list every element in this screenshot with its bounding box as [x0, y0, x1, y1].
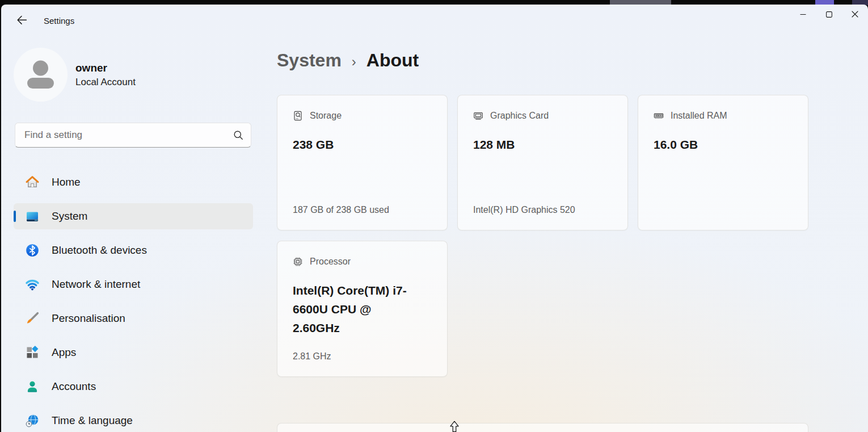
card-label: Graphics Card [490, 111, 549, 121]
maximize-button[interactable] [816, 5, 842, 26]
sidebar-item-personalisation[interactable]: Personalisation [14, 305, 253, 332]
storage-icon [293, 111, 303, 121]
window-controls [790, 5, 868, 26]
minimize-button[interactable] [790, 5, 816, 26]
storage-card: Storage 238 GB 187 GB of 238 GB used [277, 95, 448, 230]
personalisation-icon [25, 311, 40, 326]
processor-subtext: 2.81 GHz [293, 351, 331, 362]
home-icon [25, 175, 40, 190]
network-icon [25, 277, 40, 292]
storage-subtext: 187 GB of 238 GB used [293, 205, 389, 215]
graphics-value: 128 MB [473, 135, 515, 154]
card-label: Installed RAM [671, 111, 727, 121]
settings-window: Settings [1, 5, 868, 432]
card-label: Storage [310, 111, 342, 121]
card-header: Installed RAM [654, 111, 727, 121]
account-name: owner [75, 62, 136, 74]
sidebar-item-system[interactable]: System [14, 203, 253, 229]
card-header: Storage [293, 111, 342, 121]
accounts-icon [25, 379, 40, 394]
minimize-icon [799, 10, 807, 20]
spec-cards: Storage 238 GB 187 GB of 238 GB used Gra… [277, 95, 810, 413]
sidebar-item-label: Apps [52, 346, 76, 359]
card-label: Processor [310, 257, 351, 267]
sidebar-item-accounts[interactable]: Accounts [14, 374, 253, 400]
sidebar-item-time-language[interactable]: Time & language [14, 408, 253, 432]
processor-card: Processor Intel(R) Core(TM) i7-6600U CPU… [277, 241, 448, 377]
back-button[interactable] [10, 10, 33, 32]
card-header: Graphics Card [473, 111, 549, 121]
selected-accent-bar [14, 211, 16, 222]
close-icon [851, 10, 859, 20]
sidebar-item-label: Home [52, 176, 81, 188]
sidebar-item-label: Personalisation [52, 312, 125, 325]
sidebar-item-home[interactable]: Home [14, 169, 253, 195]
page-title: About [366, 50, 419, 71]
sidebar-item-label: Time & language [52, 414, 133, 427]
app-title: Settings [44, 16, 74, 26]
sidebar-item-network-internet[interactable]: Network & internet [14, 271, 253, 297]
sidebar-item-label: Network & internet [52, 278, 140, 291]
search-input[interactable] [24, 129, 233, 141]
system-icon [25, 209, 40, 224]
avatar [14, 48, 68, 102]
sidebar-item-label: System [52, 210, 87, 223]
graphics-subtext: Intel(R) HD Graphics 520 [473, 205, 575, 215]
breadcrumb: System › About [277, 50, 419, 71]
sidebar-item-label: Bluetooth & devices [52, 244, 147, 257]
account-block[interactable]: owner Local Account [14, 48, 136, 102]
ram-value: 16.0 GB [654, 135, 698, 154]
maximize-icon [825, 10, 833, 20]
time-language-icon [25, 413, 40, 428]
chevron-right-icon: › [352, 54, 356, 70]
back-arrow-icon [16, 14, 28, 28]
close-button[interactable] [842, 5, 868, 26]
processor-value: Intel(R) Core(TM) i7-6600U CPU @ 2.60GHz [293, 281, 415, 337]
account-type: Local Account [75, 77, 136, 88]
ram-icon [654, 111, 664, 121]
gpu-icon [473, 111, 483, 121]
person-icon [14, 48, 68, 102]
sidebar-nav: Home System Blueto [14, 169, 253, 432]
cpu-icon [293, 257, 303, 267]
sidebar-item-bluetooth-devices[interactable]: Bluetooth & devices [14, 237, 253, 263]
breadcrumb-parent[interactable]: System [277, 50, 342, 71]
card-header: Processor [293, 257, 351, 267]
sidebar-item-apps[interactable]: Apps [14, 339, 253, 366]
sidebar-item-label: Accounts [52, 380, 96, 393]
search-box [15, 123, 251, 148]
device-specifications-card-edge[interactable] [277, 423, 808, 432]
apps-icon [25, 345, 40, 360]
titlebar: Settings [1, 5, 868, 30]
bluetooth-icon [25, 243, 40, 258]
account-text: owner Local Account [75, 62, 136, 88]
graphics-card-card: Graphics Card 128 MB Intel(R) HD Graphic… [457, 95, 628, 230]
storage-value: 238 GB [293, 135, 334, 154]
installed-ram-card: Installed RAM 16.0 GB [638, 95, 808, 230]
search-icon[interactable] [233, 129, 244, 141]
